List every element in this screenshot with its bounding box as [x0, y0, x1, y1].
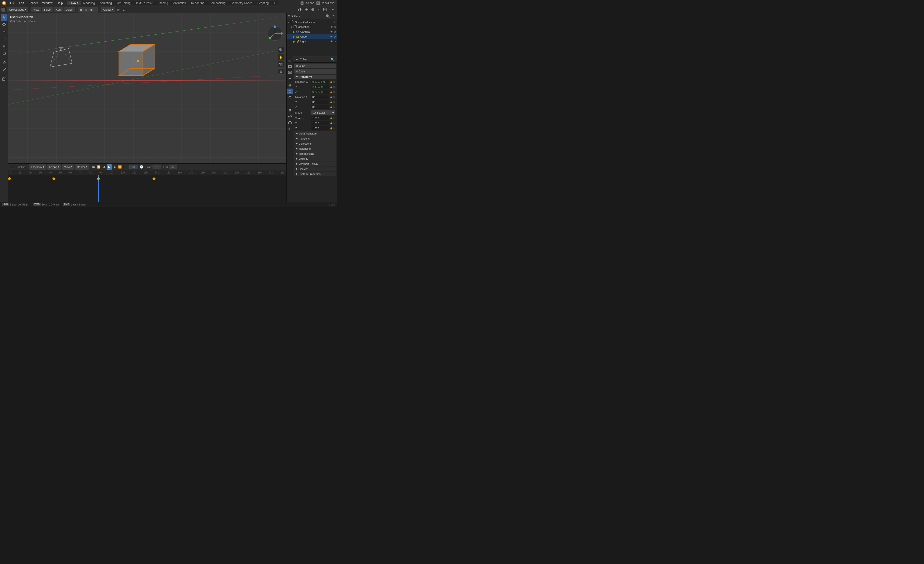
anim-x-icon[interactable]: ◎ — [333, 81, 335, 83]
timeline-view-menu[interactable]: View▾ — [62, 164, 74, 170]
collections-section[interactable]: ▶ Collections — [294, 141, 336, 146]
props-output-icon[interactable] — [287, 63, 293, 69]
rotation-y-value[interactable]: 0° — [311, 100, 329, 104]
move-tool[interactable]: ✛ — [1, 28, 8, 35]
viewport-icon-2[interactable]: ◈ — [84, 7, 88, 12]
props-search-btn[interactable]: 🔍 — [329, 57, 335, 62]
props-scene-icon[interactable] — [287, 76, 293, 82]
3d-viewport[interactable]: User Perspective (81) Collection | Cube — [8, 13, 286, 163]
outliner-item-scene-collection[interactable]: ▼ Scene Collection 👁 — [286, 20, 337, 24]
props-view-layer-icon[interactable] — [287, 70, 293, 75]
annotate-tool[interactable] — [1, 59, 8, 66]
select-tool[interactable] — [1, 14, 8, 21]
vp-camera-btn[interactable]: 📷 — [278, 61, 284, 68]
keying-menu[interactable]: Keying▾ — [47, 164, 62, 170]
global-btn[interactable]: Global ▾ — [101, 7, 115, 12]
visibility-section[interactable]: ▶ Visibility — [294, 156, 336, 161]
menu-help[interactable]: Help — [55, 1, 65, 5]
object-btn[interactable]: Object — [63, 7, 75, 12]
lock-rz-icon[interactable]: 🔒 — [330, 106, 333, 108]
viewport-gizmo[interactable]: Z X Y — [267, 25, 284, 42]
lock-y-icon[interactable]: 🔒 — [330, 86, 333, 88]
props-data-icon[interactable] — [287, 120, 293, 126]
lock-sx-icon[interactable]: 🔒 — [330, 117, 333, 119]
jump-end-btn[interactable]: ⏭ — [123, 165, 127, 169]
anim-sz-icon[interactable]: ◎ — [333, 127, 335, 129]
location-y-value[interactable]: 2.4197 m — [311, 85, 329, 89]
object-mode-btn[interactable]: Object Mode ▾ — [7, 7, 28, 12]
relations-section[interactable]: ▶ Relations — [294, 136, 336, 141]
outliner-item-camera[interactable]: ▶ Camera 👁 ⊙ — [286, 29, 337, 34]
delta-transform-section[interactable]: ▶ Delta Transform — [294, 131, 336, 136]
eye-icon-cube[interactable]: 👁 — [330, 35, 333, 38]
scale-x-value[interactable]: 1.000 — [311, 116, 329, 120]
tab-uv-editing[interactable]: UV Editing — [114, 1, 133, 5]
line-art-section[interactable]: ▶ Line Art — [294, 166, 336, 171]
scale-tool[interactable]: ⊕ — [1, 43, 8, 50]
hide-icon-collection[interactable]: ⊙ — [334, 26, 336, 28]
rotation-x-value[interactable]: 0° — [311, 95, 329, 99]
measure-tool[interactable] — [1, 66, 8, 73]
outliner-item-collection[interactable]: ▼ Collection 👁 ⊙ — [286, 24, 337, 29]
next-keyframe-btn[interactable]: ▶ — [112, 165, 117, 169]
lock-sz-icon[interactable]: 🔒 — [330, 127, 333, 129]
anim-z-icon[interactable]: ◎ — [333, 91, 335, 93]
anim-rz-icon[interactable]: ◎ — [333, 106, 335, 108]
outliner-filter-btn[interactable]: ≡ — [332, 14, 335, 19]
hide-icon-cube[interactable]: ⊙ — [334, 35, 336, 38]
eye-icon-collection[interactable]: 👁 — [330, 26, 333, 28]
viewport-display-section[interactable]: ▶ Viewport Display — [294, 162, 336, 166]
viewport-icon-1[interactable]: ◼ — [78, 7, 83, 12]
timeline-type-icon[interactable]: ⊡ — [10, 164, 14, 170]
outliner-item-light[interactable]: ▶ Light 👁 ⊙ — [286, 39, 337, 44]
props-object-icon[interactable] — [287, 88, 293, 94]
marker-menu[interactable]: Marker▾ — [75, 164, 89, 170]
rotation-z-value[interactable]: 0° — [311, 105, 329, 109]
anim-sx-icon[interactable]: ◎ — [333, 117, 335, 119]
tab-layout[interactable]: Layout — [67, 1, 81, 5]
transform-header[interactable]: ▼ Transform — [294, 75, 336, 79]
proportional-btn[interactable]: ⊙ — [122, 7, 127, 12]
props-physics-icon[interactable] — [287, 107, 293, 113]
cursor-tool[interactable] — [1, 21, 8, 28]
tab-add[interactable]: + — [272, 1, 278, 5]
outliner-item-cube[interactable]: ▶ Cube 👁 ⊙ — [286, 34, 337, 39]
prev-frame-btn[interactable]: ⏪ — [96, 165, 101, 169]
tab-scripting[interactable]: Scripting — [255, 1, 271, 5]
menu-edit[interactable]: Edit — [17, 1, 26, 5]
prev-keyframe-btn[interactable]: ◀ — [102, 165, 106, 169]
tab-shading[interactable]: Shading — [155, 1, 171, 5]
props-header-icon[interactable]: ≡ — [295, 57, 298, 62]
view-btn[interactable]: View — [31, 7, 41, 12]
lock-sy-icon[interactable]: 🔒 — [330, 122, 333, 124]
hide-icon-light[interactable]: ⊙ — [334, 40, 336, 43]
gizmo-btn[interactable] — [303, 7, 309, 12]
anim-rx-icon[interactable]: ◎ — [333, 96, 335, 98]
xray-btn[interactable] — [322, 7, 328, 12]
add-btn[interactable]: Add — [54, 7, 63, 12]
viewport-icon-3[interactable]: ◉ — [89, 7, 94, 12]
tab-rendering[interactable]: Rendering — [189, 1, 207, 5]
outliner-search-btn[interactable]: 🔍 — [325, 14, 331, 19]
tab-compositing[interactable]: Compositing — [207, 1, 228, 5]
lock-ry-icon[interactable]: 🔒 — [330, 101, 333, 103]
tab-sculpting[interactable]: Sculpting — [98, 1, 114, 5]
rotation-mode-select[interactable]: XYZ Euler XZY Euler YXZ Euler Quaternion — [311, 110, 335, 115]
start-frame-input[interactable] — [153, 165, 161, 170]
eye-icon-light[interactable]: 👁 — [330, 40, 333, 43]
add-mesh-tool[interactable]: + — [1, 75, 8, 82]
menu-render[interactable]: Render — [27, 1, 40, 5]
proportional-snap-icon[interactable]: ～ — [330, 7, 335, 12]
location-z-value[interactable]: 0.2727 m — [311, 90, 329, 94]
props-material-icon[interactable] — [287, 126, 293, 132]
scale-y-value[interactable]: 1.000 — [311, 121, 329, 125]
select-btn[interactable]: Select — [42, 7, 53, 12]
props-render-icon[interactable] — [287, 57, 293, 63]
overlay-btn[interactable] — [297, 7, 303, 12]
props-constraints-icon[interactable] — [287, 114, 293, 119]
motion-paths-section[interactable]: ▶ Motion Paths — [294, 152, 336, 156]
props-world-icon[interactable] — [287, 82, 293, 88]
timeline-content[interactable] — [8, 175, 286, 202]
eye-icon[interactable]: 👁 — [333, 21, 336, 24]
viewport-icon-4[interactable]: □ — [94, 7, 98, 12]
